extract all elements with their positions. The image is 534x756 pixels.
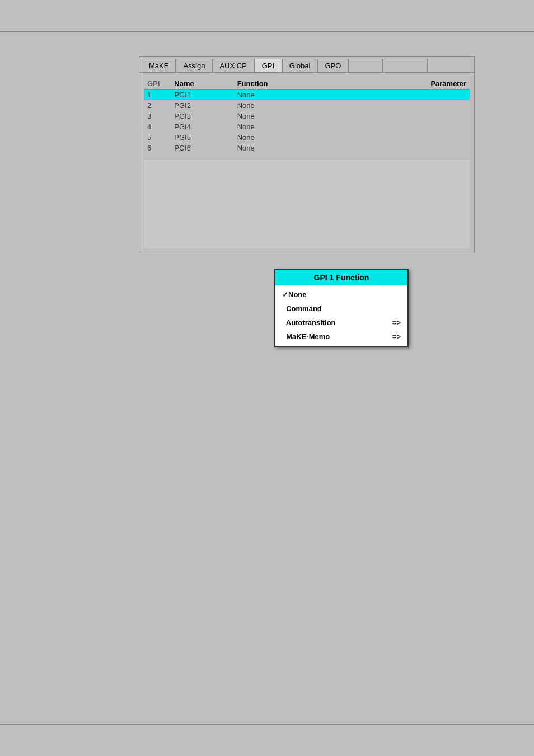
main-panel: MaKE Assign AUX CP GPI Global GPO GPI Na… <box>139 56 475 253</box>
cell-gpi-name: PGI3 <box>171 111 233 121</box>
dropdown-item-label: ✓None <box>282 290 401 299</box>
dropdown-popup: GPI 1 Function ✓None Command Autotransit… <box>274 269 409 347</box>
dropdown-item-command[interactable]: Command <box>275 302 407 316</box>
col-name: Name <box>171 78 233 90</box>
dropdown-item-make_memo[interactable]: MaKE-Memo=> <box>275 330 407 344</box>
cell-gpi-num: 2 <box>144 100 171 111</box>
table-row[interactable]: 3PGI3None <box>144 111 470 121</box>
dropdown-item-none[interactable]: ✓None <box>275 288 407 302</box>
cell-gpi-function[interactable]: None <box>234 143 391 153</box>
tab-gpo[interactable]: GPO <box>317 59 348 72</box>
col-function: Function <box>234 78 391 90</box>
tab-aux-cp[interactable]: AUX CP <box>212 59 254 72</box>
cell-gpi-name: PGI2 <box>171 100 233 111</box>
table-header-row: GPI Name Function Parameter <box>144 78 470 90</box>
col-parameter: Parameter <box>391 78 470 90</box>
dropdown-item-arrow: => <box>392 318 401 327</box>
tab-empty2 <box>383 59 428 72</box>
dropdown-item-label: Autotransition <box>282 318 392 327</box>
cell-gpi-num: 6 <box>144 143 171 153</box>
tab-gpi[interactable]: GPI <box>254 59 282 72</box>
dropdown-item-label: Command <box>282 304 401 313</box>
tab-assign[interactable]: Assign <box>176 59 212 72</box>
table-container: GPI Name Function Parameter 1PGI1None2PG… <box>139 73 474 159</box>
cell-gpi-num: 1 <box>144 90 171 101</box>
tab-empty1 <box>348 59 383 72</box>
tab-make[interactable]: MaKE <box>142 59 176 72</box>
cell-gpi-num: 5 <box>144 132 171 143</box>
cell-gpi-name: PGI4 <box>171 121 233 132</box>
cell-gpi-parameter <box>391 143 470 153</box>
cell-gpi-parameter <box>391 111 470 121</box>
cell-gpi-name: PGI5 <box>171 132 233 143</box>
dropdown-item-arrow: => <box>392 332 401 341</box>
table-row[interactable]: 5PGI5None <box>144 132 470 143</box>
cell-gpi-name: PGI1 <box>171 90 233 101</box>
cell-gpi-num: 4 <box>144 121 171 132</box>
cell-gpi-function[interactable]: None <box>234 121 391 132</box>
cell-gpi-function[interactable]: None <box>234 100 391 111</box>
cell-gpi-function[interactable]: None <box>234 90 391 101</box>
col-gpi: GPI <box>144 78 171 90</box>
cell-gpi-parameter <box>391 90 470 101</box>
cell-gpi-parameter <box>391 132 470 143</box>
top-rule <box>0 31 534 32</box>
bottom-rule <box>0 724 534 725</box>
cell-gpi-function[interactable]: None <box>234 111 391 121</box>
cell-gpi-num: 3 <box>144 111 171 121</box>
dropdown-item-autotransition[interactable]: Autotransition=> <box>275 316 407 330</box>
dropdown-item-label: MaKE-Memo <box>282 332 392 341</box>
tab-bar: MaKE Assign AUX CP GPI Global GPO <box>139 57 474 73</box>
table-row[interactable]: 6PGI6None <box>144 143 470 153</box>
cell-gpi-parameter <box>391 121 470 132</box>
table-row[interactable]: 1PGI1None <box>144 90 470 101</box>
empty-area <box>144 159 470 248</box>
cell-gpi-parameter <box>391 100 470 111</box>
table-row[interactable]: 2PGI2None <box>144 100 470 111</box>
cell-gpi-name: PGI6 <box>171 143 233 153</box>
tab-global[interactable]: Global <box>282 59 318 72</box>
gpi-table: GPI Name Function Parameter 1PGI1None2PG… <box>144 78 470 153</box>
cell-gpi-function[interactable]: None <box>234 132 391 143</box>
dropdown-items: ✓None Command Autotransition=> MaKE-Memo… <box>275 285 407 346</box>
table-row[interactable]: 4PGI4None <box>144 121 470 132</box>
dropdown-title: GPI 1 Function <box>275 270 407 285</box>
